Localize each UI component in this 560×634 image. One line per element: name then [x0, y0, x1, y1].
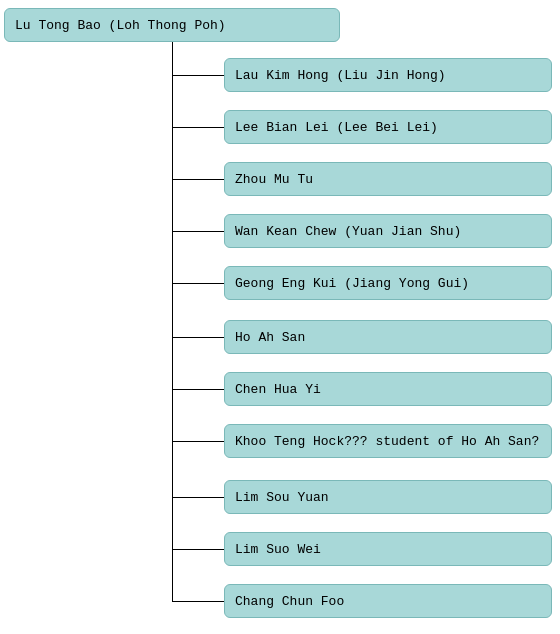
node-4-label: Wan Kean Chew (Yuan Jian Shu) — [235, 224, 461, 239]
connector-h-10 — [172, 549, 224, 550]
node-10-label: Lim Suo Wei — [235, 542, 321, 557]
connector-h-3 — [172, 179, 224, 180]
node-10[interactable]: Lim Suo Wei — [224, 532, 552, 566]
connector-h-4 — [172, 231, 224, 232]
node-8-label: Khoo Teng Hock??? student of Ho Ah San? — [235, 434, 539, 449]
node-5-label: Geong Eng Kui (Jiang Yong Gui) — [235, 276, 469, 291]
node-5[interactable]: Geong Eng Kui (Jiang Yong Gui) — [224, 266, 552, 300]
node-9-label: Lim Sou Yuan — [235, 490, 329, 505]
node-2-label: Lee Bian Lei (Lee Bei Lei) — [235, 120, 438, 135]
connector-h-11 — [172, 601, 224, 602]
connector-h-2 — [172, 127, 224, 128]
node-6-label: Ho Ah San — [235, 330, 305, 345]
main-vertical-line — [172, 42, 173, 601]
connector-h-9 — [172, 497, 224, 498]
node-7-label: Chen Hua Yi — [235, 382, 321, 397]
node-3[interactable]: Zhou Mu Tu — [224, 162, 552, 196]
connector-h-5 — [172, 283, 224, 284]
node-root-label: Lu Tong Bao (Loh Thong Poh) — [15, 18, 226, 33]
node-6[interactable]: Ho Ah San — [224, 320, 552, 354]
node-9[interactable]: Lim Sou Yuan — [224, 480, 552, 514]
node-11-label: Chang Chun Foo — [235, 594, 344, 609]
node-1[interactable]: Lau Kim Hong (Liu Jin Hong) — [224, 58, 552, 92]
main-container: Lu Tong Bao (Loh Thong Poh) Lau Kim Hong… — [0, 0, 560, 634]
node-11[interactable]: Chang Chun Foo — [224, 584, 552, 618]
node-7[interactable]: Chen Hua Yi — [224, 372, 552, 406]
connector-h-8 — [172, 441, 224, 442]
connector-h-1 — [172, 75, 224, 76]
node-1-label: Lau Kim Hong (Liu Jin Hong) — [235, 68, 446, 83]
node-root[interactable]: Lu Tong Bao (Loh Thong Poh) — [4, 8, 340, 42]
connector-h-7 — [172, 389, 224, 390]
connector-h-6 — [172, 337, 224, 338]
node-3-label: Zhou Mu Tu — [235, 172, 313, 187]
node-8[interactable]: Khoo Teng Hock??? student of Ho Ah San? — [224, 424, 552, 458]
node-4[interactable]: Wan Kean Chew (Yuan Jian Shu) — [224, 214, 552, 248]
node-2[interactable]: Lee Bian Lei (Lee Bei Lei) — [224, 110, 552, 144]
